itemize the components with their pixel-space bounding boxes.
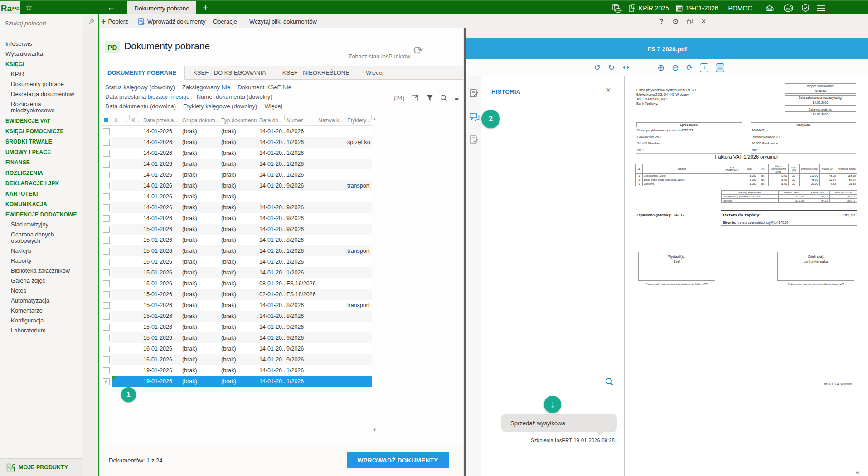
sidebar-item[interactable]: Ochrona danych osobowych (0, 230, 83, 246)
table-row[interactable]: 14-01-2026(brak)(brak)14-01-20...9/2026 (101, 213, 372, 224)
sidebar-item[interactable]: Komentarze (0, 306, 83, 316)
sidebar-section[interactable]: ROZLICZENIA (0, 168, 83, 178)
filter-chip[interactable]: Status księgowy (dowolny) (105, 84, 175, 91)
zoom-in-icon[interactable]: ⊕ (657, 63, 664, 72)
sidebar-item[interactable]: Raporty (0, 256, 83, 266)
table-row[interactable]: 15-01-2026(brak)(brak)02-01-20...FS 18/2… (101, 289, 372, 300)
column-header[interactable]: Data do... (257, 115, 285, 126)
company-period[interactable]: 1 KPiR 2025 (628, 4, 669, 12)
comments-chat-icon[interactable] (470, 112, 480, 122)
row-checkbox[interactable] (103, 259, 110, 265)
sidebar-section[interactable]: FINANSE (0, 157, 83, 168)
table-row[interactable]: 15-01-2026(brak)(brak)08-01-20...FS 16/2… (101, 278, 372, 289)
filter-chip[interactable]: Data dokumentu (dowolna) (105, 103, 176, 110)
table-row[interactable]: 14-01-2026(brak)(brak)14-01-20...1/2026 (101, 148, 372, 159)
search-list-icon[interactable] (440, 94, 448, 102)
document-edit-icon[interactable] (470, 89, 479, 98)
back-arrow-icon[interactable]: ← (107, 3, 115, 12)
row-checkbox[interactable] (103, 335, 110, 341)
table-row[interactable]: 15-01-2026(brak)(brak)14-01-20...1/2026t… (101, 245, 372, 256)
scroll-to-newest-button[interactable]: ↓ (544, 396, 561, 413)
sidebar-section[interactable]: EWIDENCJE DODATKOWE (0, 209, 83, 220)
table-row[interactable]: 14-01-2026(brak)(brak)14-01-20...9/2026 (101, 202, 372, 213)
column-header[interactable]: Typ dokumentu (219, 115, 257, 126)
help-menu[interactable]: POMOC (728, 5, 752, 12)
table-row[interactable]: 15-01-2026(brak)(brak)14-01-20...9/2026 (101, 332, 372, 343)
tab-ksef-nieokreslone[interactable]: KSEF - NIEOKREŚLONE (274, 66, 358, 80)
pin-sidebar-icon[interactable] (88, 18, 95, 25)
table-row[interactable]: 19-01-2026(brak)(brak)14-01-20...1/2026 (101, 365, 372, 376)
column-header[interactable]: Etykiety... (345, 115, 372, 126)
column-header[interactable]: Grupa dokum... (180, 115, 219, 126)
row-checkbox[interactable] (103, 204, 110, 211)
row-checkbox[interactable] (103, 248, 110, 255)
pane-splitter[interactable] (463, 28, 466, 476)
row-checkbox[interactable] (103, 237, 110, 244)
filter-chip[interactable]: Data przesłania bieżący miesiąc (105, 93, 189, 100)
ksef-cloud-icon[interactable]: KSeF (763, 4, 776, 13)
moje-produkty-button[interactable]: MOJE PRODUKTY (0, 458, 83, 476)
filter-chip[interactable]: Dokument KSeF Nie (238, 84, 291, 91)
sidebar-item[interactable]: Galeria zdjęć (0, 276, 83, 286)
sidebar-item[interactable]: Naklejki (0, 246, 83, 256)
sidebar-item[interactable]: Rozliczenia międzyokresowe (0, 99, 83, 115)
table-row[interactable]: 16-01-2026(brak)(brak)14-01-20...9/2026 (101, 354, 372, 365)
row-checkbox[interactable] (103, 346, 110, 352)
filter-chip[interactable]: Zaksięgowany Nie (182, 84, 230, 91)
refresh-status-icon[interactable]: ⟳ (413, 43, 423, 58)
split-view-icon[interactable] (622, 63, 630, 72)
fit-width-icon[interactable]: ↔ (716, 63, 724, 72)
ksef-documents-icon[interactable]: KSeF (611, 3, 622, 13)
table-row[interactable]: 15-01-2026(brak)(brak)14-01-20...9/2026 (101, 224, 372, 235)
fit-height-icon[interactable]: ↕ (700, 63, 708, 72)
table-row[interactable]: 14-01-2026(brak)(brak) (101, 191, 372, 202)
sidebar-section[interactable]: KARTOTEKI (0, 188, 83, 199)
row-checkbox[interactable] (103, 193, 110, 200)
sidebar-item[interactable]: Infoserwis (0, 39, 83, 49)
table-row[interactable]: 15-01-2026(brak)(brak)14-01-20...8/2026 (101, 311, 372, 322)
table-row[interactable]: 15-01-2026(brak)(brak)14-01-20...1/2026 (101, 267, 372, 278)
row-checkbox[interactable]: ✓ (103, 378, 110, 385)
operacje-menu[interactable]: Operacje (213, 14, 237, 28)
table-row[interactable]: 15-01-2026(brak)(brak)14-01-20...9/2026 (101, 322, 372, 332)
favorites-star-icon[interactable]: ☆ (25, 3, 32, 12)
help-button[interactable]: ? (659, 14, 664, 28)
work-date[interactable]: 19-01-2026 (675, 5, 718, 12)
sidebar-item[interactable]: Notes (0, 286, 83, 296)
rotate-right-icon[interactable]: ↻ (608, 63, 615, 72)
row-checkbox[interactable] (103, 150, 110, 157)
sidebar-item[interactable]: KPiR (0, 69, 83, 79)
filter-chip[interactable]: Etykiety księgowe (dowolny) (183, 103, 257, 110)
table-row[interactable]: 14-01-2026(brak)(brak)14-01-20...9/2026t… (101, 180, 372, 191)
hamburger-menu-icon[interactable] (816, 5, 825, 12)
search-input[interactable] (5, 20, 68, 27)
table-row[interactable]: 15-01-2026(brak)(brak)14-01-20...8/2026t… (101, 300, 372, 311)
column-header[interactable]: .. (122, 115, 130, 126)
close-window-icon[interactable]: × (701, 14, 706, 28)
wprowadz-dokumenty-button[interactable]: Wprowadź dokumenty (137, 14, 206, 28)
row-checkbox[interactable] (103, 280, 110, 287)
sidebar-section[interactable]: UMOWY I PŁACE (0, 147, 83, 157)
row-checkbox[interactable] (103, 139, 110, 146)
sidebar-item[interactable]: Wyszukiwarka (0, 49, 83, 59)
column-header[interactable]: Data przesła...▲ (141, 115, 180, 126)
sidebar-item[interactable]: Biblioteka załączników (0, 266, 83, 276)
security-shield-icon[interactable] (801, 3, 810, 13)
pobierz-button[interactable]: + Pobierz (101, 14, 128, 28)
sidebar-section[interactable]: KSIĘGI POMOCNICZE (0, 126, 83, 136)
table-row[interactable]: 15-01-2026(brak)(brak)14-01-20...1/2026 (101, 256, 372, 267)
row-checkbox[interactable] (103, 291, 110, 298)
inspunkty-link[interactable]: Zobacz stan InsPunktów. (335, 53, 412, 60)
row-checkbox[interactable] (103, 183, 110, 189)
table-row[interactable]: ✓19-01-2026(brak)(brak)14-01-20...1/2026 (101, 376, 372, 387)
select-all-checkbox[interactable] (104, 118, 108, 122)
window-tab[interactable]: Dokumenty pobrane (127, 1, 196, 15)
column-header[interactable]: K... (130, 115, 141, 126)
table-row[interactable]: 16-01-2026(brak)(brak)14-01-20...9/2026 (101, 343, 372, 354)
tab-dokumenty-pobrane[interactable]: DOKUMENTY POBRANE (99, 66, 185, 80)
pdf-search-icon[interactable] (605, 377, 615, 387)
tab-ksef-do-ksiegowania[interactable]: KSEF - DO KSIĘGOWANIA (185, 66, 274, 80)
sidebar-item[interactable]: Dekretacja dokumentów (0, 89, 83, 99)
table-row[interactable]: 15-01-2026(brak)(brak)14-01-20...8/2026 (101, 235, 372, 245)
window-restore-icon[interactable] (687, 14, 693, 28)
